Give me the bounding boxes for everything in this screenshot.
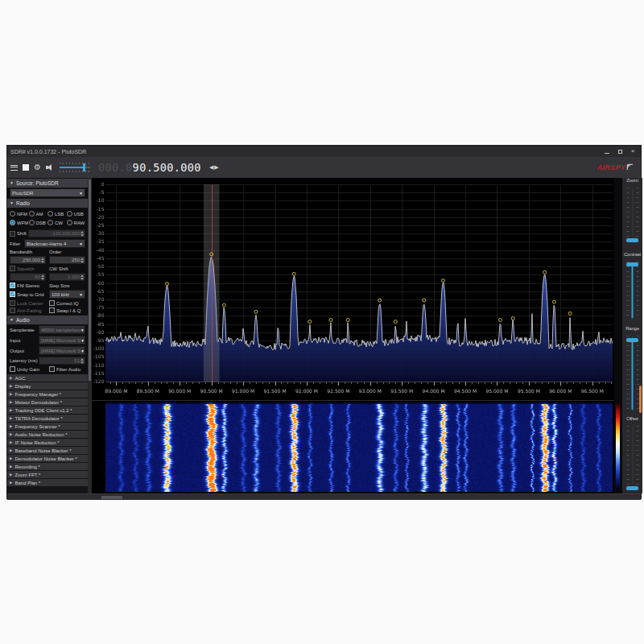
- frequency-display[interactable]: 000.090.500.000: [98, 161, 201, 174]
- range-slider-thumb[interactable]: [626, 338, 638, 342]
- mode-option-dsb[interactable]: DSB: [29, 220, 48, 225]
- mode-option-lsb[interactable]: LSB: [47, 211, 67, 217]
- range-slider-group: Range: [622, 326, 642, 331]
- volume-ticks-top: [60, 163, 90, 164]
- radio-button-icon[interactable]: [10, 220, 15, 225]
- offset-slider[interactable]: [626, 426, 638, 490]
- tune-down-button[interactable]: ◀: [209, 164, 213, 171]
- collapsed-panel-display[interactable]: ▶Display: [7, 382, 88, 390]
- samplerate-value: 48000 sample/sec: [41, 328, 80, 332]
- source-device-dropdown[interactable]: PlutoSDR ▼: [10, 188, 85, 197]
- swap-iq-checkbox[interactable]: [49, 308, 55, 313]
- mode-label: WFM: [17, 221, 28, 225]
- spinner-arrows-icon[interactable]: [80, 258, 84, 263]
- expand-triangle-icon: ▶: [10, 448, 12, 452]
- filter-dropdown[interactable]: Blackman-Harris 4 ▼: [24, 239, 85, 248]
- lock-carrier-checkbox[interactable]: [10, 300, 15, 306]
- waterfall-display[interactable]: [92, 401, 614, 493]
- mode-label: CW: [55, 221, 63, 225]
- snap-to-grid-checkbox[interactable]: [10, 291, 15, 297]
- mode-option-am[interactable]: AM: [29, 211, 48, 217]
- radio-button-icon[interactable]: [47, 220, 53, 225]
- spinner-arrows-icon[interactable]: [80, 231, 84, 237]
- spinner-arrows-icon[interactable]: [80, 358, 84, 364]
- filter-audio-checkbox[interactable]: [49, 366, 55, 372]
- minimize-button[interactable]: [604, 148, 610, 155]
- collapsed-panel-label: Recording *: [14, 464, 39, 469]
- audio-input-dropdown[interactable]: [MME] Microsoft S ▼: [39, 336, 85, 345]
- radio-button-icon[interactable]: [67, 220, 72, 225]
- collapsed-panel-tetra-demodulator[interactable]: ▶TETRA Demodulator *: [7, 415, 88, 422]
- zoom-slider-thumb[interactable]: [626, 238, 638, 242]
- samplerate-dropdown[interactable]: 48000 sample/sec ▼: [39, 325, 85, 334]
- radio-button-icon[interactable]: [29, 211, 35, 217]
- close-button[interactable]: ×: [630, 148, 636, 155]
- swap-iq-label: Swap I & Q: [56, 308, 80, 313]
- mode-option-nfm[interactable]: NFM: [10, 211, 29, 217]
- unity-gain-checkbox[interactable]: [10, 366, 15, 372]
- source-panel-header[interactable]: ▼ Source: PlutoSDR: [7, 179, 88, 188]
- range-slider[interactable]: [626, 336, 638, 411]
- expand-triangle-icon: ▶: [10, 473, 12, 477]
- spinner-arrows-icon[interactable]: [41, 275, 44, 280]
- bottom-scrollbar[interactable]: [7, 493, 641, 500]
- collapsed-panel-band-plan[interactable]: ▶Band Plan *: [7, 479, 88, 486]
- mode-option-cw[interactable]: CW: [47, 220, 67, 225]
- contrast-slider-thumb[interactable]: [626, 262, 638, 266]
- radio-button-icon[interactable]: [47, 211, 53, 217]
- correct-iq-checkbox[interactable]: [49, 300, 55, 306]
- gear-icon[interactable]: ⚙: [34, 163, 41, 171]
- demod-mode-group: NFMAMLSBUSBWFMDSBCWRAW: [7, 208, 88, 229]
- collapsed-panel-recording[interactable]: ▶Recording *: [7, 463, 88, 470]
- radio-button-icon[interactable]: [29, 220, 35, 225]
- orange-scrollbar-thumb[interactable]: [639, 386, 642, 413]
- menu-icon[interactable]: [10, 165, 18, 171]
- bottom-scrollbar-thumb[interactable]: [101, 496, 122, 499]
- contrast-slider[interactable]: [626, 262, 638, 320]
- stop-icon[interactable]: [23, 164, 29, 171]
- speaker-icon[interactable]: [46, 163, 55, 171]
- collapsed-panel-if-noise-reduction[interactable]: ▶IF Noise Reduction *: [7, 439, 88, 446]
- radio-button-icon[interactable]: [67, 211, 72, 217]
- bandwidth-input[interactable]: 250,000: [10, 256, 46, 264]
- cw-shift-input[interactable]: 1,000: [49, 273, 85, 281]
- step-size-dropdown[interactable]: 100 kHz ▼: [49, 290, 85, 299]
- collapsed-panel-label: Baseband Noise Blanker *: [14, 448, 71, 453]
- collapsed-panel-agc[interactable]: ▶AGC: [7, 374, 88, 382]
- fm-stereo-checkbox[interactable]: [10, 283, 15, 288]
- mode-option-wfm[interactable]: WFM: [10, 220, 29, 225]
- collapsed-panel-baseband-noise-blanker[interactable]: ▶Baseband Noise Blanker *: [7, 447, 88, 454]
- restore-button[interactable]: [617, 148, 623, 155]
- audio-output-dropdown[interactable]: [MME] Microsoft S ▼: [39, 346, 85, 355]
- offset-slider-thumb[interactable]: [626, 486, 638, 490]
- squelch-checkbox[interactable]: [10, 266, 15, 271]
- mode-option-raw[interactable]: RAW: [67, 220, 86, 225]
- collapsed-panel-meteor-demodulator[interactable]: ▶Meteor Demodulator *: [7, 398, 88, 406]
- spinner-arrows-icon[interactable]: [80, 275, 84, 280]
- anti-fading-checkbox[interactable]: [10, 308, 15, 313]
- shift-input[interactable]: -120,000,000: [28, 229, 85, 237]
- shift-value: -120,000,000: [52, 231, 80, 236]
- spectrum-display[interactable]: [92, 178, 614, 401]
- tune-up-button[interactable]: ▶: [214, 164, 218, 171]
- radio-panel-header[interactable]: ▼ Radio: [7, 199, 88, 208]
- volume-slider[interactable]: [60, 163, 90, 172]
- collapsed-panel-frequency-scanner[interactable]: ▶Frequency Scanner *: [7, 423, 88, 430]
- collapsed-panel-audio-noise-reduction[interactable]: ▶Audio Noise Reduction *: [7, 431, 88, 438]
- latency-input[interactable]: 51: [39, 357, 85, 365]
- volume-thumb[interactable]: [83, 163, 85, 171]
- squelch-input[interactable]: 50: [10, 273, 46, 281]
- mode-option-usb[interactable]: USB: [67, 211, 86, 217]
- radio-button-icon[interactable]: [10, 211, 15, 217]
- collapsed-panel-frequency-manager[interactable]: ▶Frequency Manager *: [7, 390, 88, 398]
- collapsed-panel-tracking-dde-client-v1-2[interactable]: ▶Tracking DDE Client v1.2 *: [7, 407, 88, 414]
- collapsed-panel-demodulator-noise-blanker[interactable]: ▶Demodulator Noise Blanker *: [7, 455, 88, 462]
- spinner-arrows-icon[interactable]: [41, 258, 44, 263]
- collapsed-panel-zoom-fft[interactable]: ▶Zoom FFT *: [7, 471, 88, 478]
- order-input[interactable]: 250: [49, 256, 85, 264]
- shift-checkbox[interactable]: [10, 231, 15, 237]
- audio-panel-header[interactable]: ▼ Audio: [7, 316, 88, 324]
- zoom-slider[interactable]: [626, 188, 638, 242]
- sidebar-scrollbar-thumb[interactable]: [89, 180, 91, 381]
- contrast-slider-label: Contrast: [622, 252, 642, 257]
